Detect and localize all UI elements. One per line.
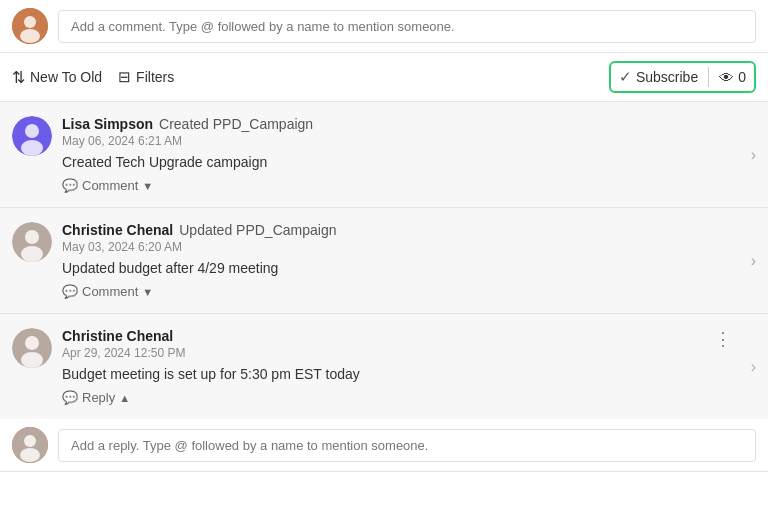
activity-action: Updated PPD_Campaign xyxy=(179,222,336,238)
reply-input[interactable] xyxy=(58,429,756,462)
views-badge: 👁 0 xyxy=(719,69,746,86)
activities-container: Lisa SimpsonCreated PPD_CampaignMay 06, … xyxy=(0,102,768,419)
footer-label: Comment xyxy=(82,284,138,299)
svg-point-1 xyxy=(24,16,36,28)
svg-point-7 xyxy=(25,230,39,244)
activity-item: Christine ChenalUpdated PPD_CampaignMay … xyxy=(0,208,768,314)
filter-button[interactable]: ⊟ Filters xyxy=(118,68,174,86)
svg-point-13 xyxy=(24,435,36,447)
footer-label: Comment xyxy=(82,178,138,193)
activity-header: Lisa SimpsonCreated PPD_Campaign xyxy=(62,116,756,132)
svg-point-8 xyxy=(21,246,43,262)
chevron-up-icon: ▲ xyxy=(119,392,130,404)
svg-point-10 xyxy=(25,336,39,350)
top-comment-bar xyxy=(0,0,768,53)
subscribe-label: Subscribe xyxy=(636,69,698,85)
activity-content: Christine ChenalApr 29, 2024 12:50 PMBud… xyxy=(62,328,756,405)
activity-action: Created PPD_Campaign xyxy=(159,116,313,132)
reply-user-avatar xyxy=(12,427,48,463)
comment-icon: 💬 xyxy=(62,178,78,193)
activity-user-name: Christine Chenal xyxy=(62,328,173,344)
chevron-down-icon: ▼ xyxy=(142,180,153,192)
activity-text: Budget meeting is set up for 5:30 pm EST… xyxy=(62,366,756,382)
activity-header: Christine Chenal xyxy=(62,328,756,344)
activity-header: Christine ChenalUpdated PPD_Campaign xyxy=(62,222,756,238)
filter-bar: ⇅ New To Old ⊟ Filters ✓ Subscribe 👁 0 xyxy=(0,53,768,102)
comment-input[interactable] xyxy=(58,10,756,43)
svg-point-14 xyxy=(20,448,40,462)
check-icon: ✓ xyxy=(619,68,632,86)
comment-icon: 💬 xyxy=(62,390,78,405)
comment-toggle[interactable]: 💬 Comment ▼ xyxy=(62,178,756,193)
activity-content: Lisa SimpsonCreated PPD_CampaignMay 06, … xyxy=(62,116,756,193)
reply-input-row xyxy=(0,419,768,472)
activity-date: May 06, 2024 6:21 AM xyxy=(62,134,756,148)
activity-avatar xyxy=(12,222,52,262)
divider xyxy=(708,67,709,87)
sort-label: New To Old xyxy=(30,69,102,85)
current-user-avatar xyxy=(12,8,48,44)
views-count: 0 xyxy=(738,69,746,85)
svg-point-4 xyxy=(25,124,39,138)
activity-date: Apr 29, 2024 12:50 PM xyxy=(62,346,756,360)
activity-content: Christine ChenalUpdated PPD_CampaignMay … xyxy=(62,222,756,299)
svg-point-11 xyxy=(21,352,43,368)
subscribe-area: ✓ Subscribe 👁 0 xyxy=(609,61,756,93)
chevron-right-icon[interactable]: › xyxy=(751,358,756,376)
footer-label: Reply xyxy=(82,390,115,405)
sort-button[interactable]: ⇅ New To Old xyxy=(12,68,102,87)
filter-left: ⇅ New To Old ⊟ Filters xyxy=(12,68,174,87)
filter-icon: ⊟ xyxy=(118,68,131,86)
activity-user-name: Christine Chenal xyxy=(62,222,173,238)
svg-point-2 xyxy=(20,29,40,43)
comment-icon: 💬 xyxy=(62,284,78,299)
reply-button[interactable]: 💬 Reply ▲ xyxy=(62,390,756,405)
eye-icon: 👁 xyxy=(719,69,734,86)
chevron-right-icon[interactable]: › xyxy=(751,252,756,270)
activity-text: Updated budget after 4/29 meeting xyxy=(62,260,756,276)
activity-avatar xyxy=(12,116,52,156)
activity-user-name: Lisa Simpson xyxy=(62,116,153,132)
filter-label: Filters xyxy=(136,69,174,85)
activity-date: May 03, 2024 6:20 AM xyxy=(62,240,756,254)
svg-point-5 xyxy=(21,140,43,156)
comment-toggle[interactable]: 💬 Comment ▼ xyxy=(62,284,756,299)
chevron-down-icon: ▼ xyxy=(142,286,153,298)
activity-item: Christine ChenalApr 29, 2024 12:50 PMBud… xyxy=(0,314,768,419)
activity-avatar xyxy=(12,328,52,368)
chevron-right-icon[interactable]: › xyxy=(751,146,756,164)
activity-item: Lisa SimpsonCreated PPD_CampaignMay 06, … xyxy=(0,102,768,208)
more-options-icon[interactable]: ⋮ xyxy=(714,328,732,350)
activity-text: Created Tech Upgrade campaign xyxy=(62,154,756,170)
subscribe-button[interactable]: ✓ Subscribe xyxy=(619,68,698,86)
sort-icon: ⇅ xyxy=(12,68,25,87)
